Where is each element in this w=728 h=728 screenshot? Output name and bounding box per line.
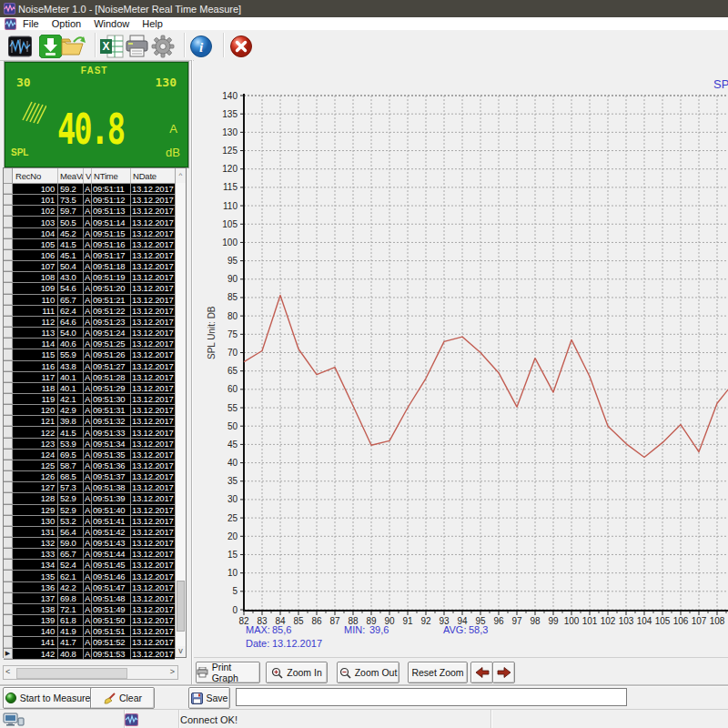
table-row[interactable]: 12241.5A09:51:3313.12.2017 bbox=[4, 427, 175, 438]
save-filename-input[interactable] bbox=[236, 688, 627, 706]
row-selector[interactable] bbox=[4, 637, 13, 647]
row-selector[interactable] bbox=[4, 361, 13, 371]
panel-splitter[interactable] bbox=[191, 60, 193, 684]
scroll-left-arrow[interactable]: < bbox=[5, 667, 10, 676]
row-selector[interactable] bbox=[4, 549, 13, 559]
menu-window[interactable]: Window bbox=[87, 18, 136, 29]
col-recno[interactable]: RecNo bbox=[13, 168, 58, 183]
row-selector[interactable] bbox=[4, 615, 13, 625]
row-selector[interactable] bbox=[4, 195, 13, 205]
open-folder-button[interactable] bbox=[60, 34, 86, 58]
reset-zoom-button[interactable]: Reset Zoom bbox=[408, 662, 468, 683]
table-row[interactable]: 12353.9A09:51:3413.12.2017 bbox=[4, 439, 175, 450]
scroll-graph-right-button[interactable] bbox=[492, 662, 515, 683]
table-row[interactable]: 10541.5A09:51:1613.12.2017 bbox=[4, 239, 175, 250]
table-row[interactable]: 11354.0A09:51:2413.12.2017 bbox=[4, 328, 175, 339]
table-row[interactable]: 12558.7A09:51:3613.12.2017 bbox=[4, 460, 175, 471]
table-row[interactable]: 13156.4A09:51:4213.12.2017 bbox=[4, 527, 175, 538]
row-selector[interactable] bbox=[4, 250, 13, 260]
table-row[interactable]: 13365.7A09:51:4413.12.2017 bbox=[4, 549, 175, 560]
col-meaval[interactable]: MeaVal bbox=[58, 168, 84, 183]
table-row[interactable]: 11942.1A09:51:3013.12.2017 bbox=[4, 394, 175, 405]
row-selector[interactable] bbox=[4, 439, 13, 449]
table-row[interactable]: 13452.4A09:51:4513.12.2017 bbox=[4, 560, 175, 571]
row-selector[interactable] bbox=[4, 582, 13, 592]
row-selector[interactable] bbox=[4, 383, 13, 393]
row-selector[interactable] bbox=[4, 560, 13, 570]
table-row[interactable]: 11162.4A09:51:2213.12.2017 bbox=[4, 306, 175, 317]
excel-export-button[interactable]: X bbox=[99, 34, 125, 58]
table-row[interactable]: 13053.2A09:51:4113.12.2017 bbox=[4, 516, 175, 527]
print-button[interactable] bbox=[124, 34, 149, 58]
table-row[interactable]: 11065.7A09:51:2113.12.2017 bbox=[4, 295, 175, 306]
row-selector[interactable] bbox=[4, 593, 13, 603]
table-row[interactable]: 10259.7A09:51:1313.12.2017 bbox=[4, 206, 175, 217]
row-selector[interactable] bbox=[4, 228, 13, 238]
table-row[interactable]: 12852.9A09:51:3913.12.2017 bbox=[4, 493, 175, 504]
row-selector[interactable] bbox=[4, 516, 13, 526]
row-selector[interactable] bbox=[4, 306, 13, 316]
table-row[interactable]: 11264.6A09:51:2313.12.2017 bbox=[4, 317, 175, 328]
table-row[interactable]: 12139.8A09:51:3213.12.2017 bbox=[4, 416, 175, 427]
settings-button[interactable] bbox=[150, 34, 176, 58]
save-button[interactable]: Save bbox=[188, 687, 230, 709]
row-selector[interactable] bbox=[4, 272, 13, 282]
clear-button[interactable]: Clear bbox=[90, 687, 155, 709]
start-to-measure-button[interactable]: Start to Measure bbox=[3, 687, 93, 709]
row-selector[interactable] bbox=[4, 626, 13, 636]
table-row[interactable]: 11840.1A09:51:2913.12.2017 bbox=[4, 383, 175, 394]
table-row[interactable]: 13259.0A09:51:4313.12.2017 bbox=[4, 538, 175, 549]
col-v[interactable]: V bbox=[84, 168, 92, 183]
row-selector[interactable] bbox=[4, 328, 13, 338]
table-row[interactable]: 11643.8A09:51:2713.12.2017 bbox=[4, 361, 175, 372]
table-row[interactable]: 13769.8A09:51:4813.12.2017 bbox=[4, 593, 175, 604]
table-row[interactable]: 10350.5A09:51:1413.12.2017 bbox=[4, 217, 175, 228]
row-selector[interactable] bbox=[4, 450, 13, 460]
table-row[interactable]: 10843.0A09:51:1913.12.2017 bbox=[4, 272, 175, 283]
row-selector[interactable] bbox=[4, 471, 13, 481]
menu-option[interactable]: Option bbox=[46, 18, 87, 29]
table-row[interactable]: 10445.2A09:51:1513.12.2017 bbox=[4, 228, 175, 239]
waveform-display-button[interactable] bbox=[7, 34, 33, 58]
stop-close-button[interactable] bbox=[228, 34, 254, 58]
row-selector[interactable] bbox=[4, 349, 13, 359]
table-row[interactable]: 10645.1A09:51:1713.12.2017 bbox=[4, 250, 175, 261]
table-row[interactable]: 13642.2A09:51:4713.12.2017 bbox=[4, 582, 175, 593]
row-selector[interactable] bbox=[4, 604, 13, 614]
row-selector[interactable] bbox=[4, 295, 13, 305]
table-row[interactable]: 13961.8A09:51:5013.12.2017 bbox=[4, 615, 175, 626]
row-selector[interactable] bbox=[4, 394, 13, 404]
row-selector[interactable] bbox=[4, 405, 13, 415]
scroll-up-arrow[interactable]: ^ bbox=[175, 168, 186, 183]
vertical-scrollbar[interactable]: v bbox=[175, 183, 186, 657]
info-button[interactable]: i bbox=[188, 34, 214, 58]
table-row[interactable]: 12042.9A09:51:3113.12.2017 bbox=[4, 405, 175, 416]
table-row[interactable]: 13872.1A09:51:4913.12.2017 bbox=[4, 604, 175, 615]
row-selector[interactable] bbox=[4, 460, 13, 470]
row-selector[interactable] bbox=[4, 317, 13, 327]
print-graph-button[interactable]: Print Graph bbox=[196, 662, 260, 683]
menu-help[interactable]: Help bbox=[136, 18, 169, 29]
table-row[interactable]: 10059.2A09:51:1113.12.2017 bbox=[4, 184, 175, 195]
row-selector[interactable] bbox=[4, 184, 13, 194]
row-selector[interactable] bbox=[4, 372, 13, 382]
row-selector[interactable] bbox=[4, 505, 13, 515]
scroll-down-arrow[interactable]: v bbox=[176, 646, 186, 657]
row-selector[interactable] bbox=[4, 482, 13, 492]
col-ntime[interactable]: NTime bbox=[92, 168, 131, 183]
table-row[interactable]: 10173.5A09:51:1213.12.2017 bbox=[4, 195, 175, 206]
table-row[interactable]: 11440.6A09:51:2513.12.2017 bbox=[4, 339, 175, 349]
table-row[interactable]: 11740.1A09:51:2813.12.2017 bbox=[4, 372, 175, 383]
row-selector[interactable] bbox=[4, 339, 13, 349]
row-selector[interactable] bbox=[4, 538, 13, 548]
horizontal-scrollbar[interactable]: < > bbox=[3, 665, 178, 680]
col-ndate[interactable]: NDate bbox=[131, 168, 175, 183]
menu-file[interactable]: File bbox=[16, 18, 46, 29]
row-selector[interactable] bbox=[4, 416, 13, 426]
scrollbar-thumb[interactable] bbox=[177, 581, 185, 632]
table-row[interactable]: 11555.9A09:51:2613.12.2017 bbox=[4, 349, 175, 360]
table-row[interactable]: 12757.3A09:51:3813.12.2017 bbox=[4, 482, 175, 493]
row-selector[interactable] bbox=[4, 493, 13, 503]
table-row[interactable]: 13562.1A09:51:4613.12.2017 bbox=[4, 571, 175, 581]
table-row[interactable]: 10750.4A09:51:1813.12.2017 bbox=[4, 261, 175, 272]
